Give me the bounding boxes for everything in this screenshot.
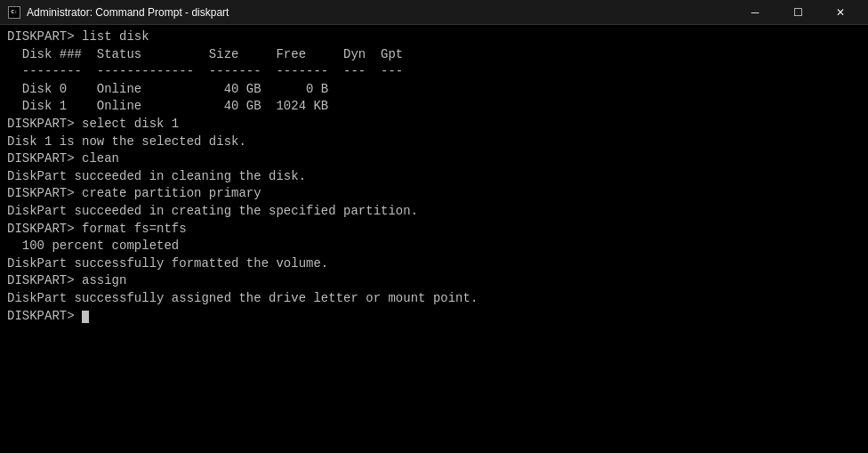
terminal-line: DISKPART> format fs=ntfs	[7, 221, 861, 239]
terminal-line: DiskPart succeeded in creating the speci…	[7, 203, 861, 221]
terminal-line: DISKPART> clean	[7, 150, 861, 168]
title-bar-left: Administrator: Command Prompt - diskpart	[7, 5, 229, 20]
terminal-line: DISKPART>	[7, 308, 861, 326]
terminal-line: 100 percent completed	[7, 238, 861, 255]
title-bar: Administrator: Command Prompt - diskpart…	[0, 0, 868, 25]
close-button[interactable]: ✕	[820, 0, 861, 25]
terminal-line: -------- ------------- ------- ------- -…	[7, 63, 861, 81]
window-title: Administrator: Command Prompt - diskpart	[27, 6, 229, 19]
terminal-line: Disk 1 Online 40 GB 1024 KB	[7, 98, 861, 116]
terminal-line: Disk ### Status Size Free Dyn Gpt	[7, 46, 861, 64]
maximize-button[interactable]: ☐	[777, 0, 818, 25]
terminal-line: DiskPart succeeded in cleaning the disk.	[7, 168, 861, 186]
terminal-line: Disk 0 Online 40 GB 0 B	[7, 81, 861, 99]
terminal-line: DiskPart successfully assigned the drive…	[7, 290, 861, 308]
terminal-line: Disk 1 is now the selected disk.	[7, 133, 861, 151]
terminal-line: DISKPART> create partition primary	[7, 185, 861, 203]
terminal-line: DISKPART> assign	[7, 272, 861, 290]
cmd-icon	[7, 5, 21, 20]
terminal-line: DiskPart successfully formatted the volu…	[7, 255, 861, 273]
minimize-button[interactable]: ─	[735, 0, 776, 25]
title-bar-controls: ─ ☐ ✕	[735, 0, 861, 25]
terminal-cursor	[82, 311, 89, 323]
terminal-line: DISKPART> select disk 1	[7, 116, 861, 133]
window: Administrator: Command Prompt - diskpart…	[0, 0, 868, 453]
terminal-content[interactable]: DISKPART> list disk Disk ### Status Size…	[0, 25, 868, 453]
terminal-line: DISKPART> list disk	[7, 28, 861, 46]
